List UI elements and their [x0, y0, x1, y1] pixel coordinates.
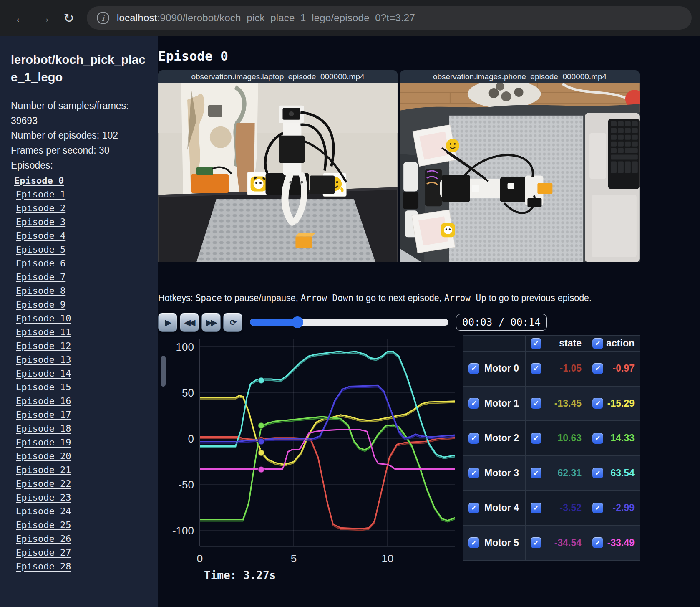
scrollbar-thumb[interactable]	[161, 356, 166, 387]
y-tick-label: 50	[182, 387, 194, 399]
stat-episodes: Number of episodes: 102	[11, 128, 147, 143]
episode-link-episode-1[interactable]: Episode 1	[11, 187, 147, 201]
episode-link-episode-24[interactable]: Episode 24	[11, 504, 147, 518]
episode-link-episode-7[interactable]: Episode 7	[11, 270, 147, 284]
episode-link-episode-11[interactable]: Episode 11	[11, 325, 147, 339]
video-panel-phone: observation.images.phone_episode_000000.…	[400, 70, 640, 262]
episode-link-episode-16[interactable]: Episode 16	[11, 394, 147, 408]
motor-label: Motor 2	[484, 432, 519, 444]
state-cell-motor-5: ✓-34.54	[525, 526, 587, 561]
episode-link-episode-20[interactable]: Episode 20	[11, 449, 147, 463]
video-frame-phone[interactable]	[400, 83, 640, 262]
motor-label: Motor 1	[484, 398, 519, 409]
action-cell-motor-3: ✓63.54	[587, 456, 640, 491]
checkbox-state-motor-5[interactable]: ✓	[531, 537, 541, 548]
play-button[interactable]: ▶	[158, 313, 177, 332]
checkbox-column-action[interactable]: ✓	[592, 338, 603, 349]
motor-label: Motor 4	[484, 502, 519, 513]
state-value: -13.45	[554, 398, 582, 409]
checkbox-action-motor-5[interactable]: ✓	[592, 537, 603, 548]
episode-link-episode-21[interactable]: Episode 21	[11, 463, 147, 477]
checkbox-action-motor-0[interactable]: ✓	[592, 363, 603, 374]
checkbox-state-motor-3[interactable]: ✓	[531, 468, 541, 478]
chart-time-label: Time: 3.27s	[204, 569, 455, 582]
episode-link-episode-13[interactable]: Episode 13	[11, 353, 147, 367]
episode-link-episode-4[interactable]: Episode 4	[11, 229, 147, 243]
checkbox-action-motor-4[interactable]: ✓	[592, 503, 603, 513]
main-content: Episode 0 observation.images.laptop_epis…	[158, 36, 700, 607]
hotkeys-mid1: to pause/unpause,	[222, 293, 301, 303]
state-value: -1.05	[560, 363, 582, 374]
column-header-state: ✓state	[525, 336, 587, 351]
reload-icon[interactable]: ↻	[57, 11, 81, 25]
episode-link-episode-14[interactable]: Episode 14	[11, 367, 147, 380]
episode-link-episode-5[interactable]: Episode 5	[11, 243, 147, 256]
checkbox-state-motor-4[interactable]: ✓	[531, 503, 541, 513]
episode-link-episode-27[interactable]: Episode 27	[11, 546, 147, 559]
checkbox-action-motor-2[interactable]: ✓	[592, 433, 603, 444]
checkbox-motor-1[interactable]: ✓	[468, 398, 479, 409]
checkbox-action-motor-1[interactable]: ✓	[592, 398, 603, 409]
playback-controls: ▶ ◀◀ ▶▶ ⟳ 00:03 / 00:14	[158, 313, 700, 332]
sidebar: lerobot/koch_pick_place_1_lego Number of…	[0, 36, 158, 607]
checkbox-state-motor-2[interactable]: ✓	[531, 433, 541, 444]
episode-link-episode-17[interactable]: Episode 17	[11, 408, 147, 422]
forward-icon[interactable]: →	[33, 11, 57, 25]
site-info-icon[interactable]: i	[97, 12, 109, 24]
state-cell-motor-3: ✓62.31	[525, 456, 587, 491]
y-tick-label: -50	[178, 478, 194, 491]
back-icon[interactable]: ←	[8, 11, 33, 25]
rewind-icon: ◀◀	[184, 318, 194, 327]
episode-link-episode-12[interactable]: Episode 12	[11, 339, 147, 353]
episode-link-episode-8[interactable]: Episode 8	[11, 284, 147, 298]
checkbox-motor-3[interactable]: ✓	[468, 468, 479, 478]
episode-link-episode-9[interactable]: Episode 9	[11, 298, 147, 311]
address-bar[interactable]: i localhost:9090/lerobot/koch_pick_place…	[87, 6, 692, 30]
episode-link-episode-3[interactable]: Episode 3	[11, 215, 147, 229]
checkbox-motor-5[interactable]: ✓	[468, 537, 479, 548]
line-state-motor-0	[200, 438, 455, 530]
checkbox-state-motor-1[interactable]: ✓	[531, 398, 541, 409]
episode-link-episode-25[interactable]: Episode 25	[11, 518, 147, 532]
episode-link-episode-2[interactable]: Episode 2	[11, 201, 147, 215]
video-frame-laptop[interactable]	[158, 83, 398, 262]
motor-label: Motor 0	[484, 363, 519, 374]
episode-link-episode-18[interactable]: Episode 18	[11, 422, 147, 435]
hotkey-arrow-up: Arrow Up	[444, 293, 486, 303]
url-text[interactable]: localhost:9090/lerobot/koch_pick_place_1…	[117, 12, 415, 24]
checkbox-column-state[interactable]: ✓	[531, 338, 541, 349]
episode-link-episode-19[interactable]: Episode 19	[11, 435, 147, 449]
row-label-cell-motor-5: ✓Motor 5	[463, 526, 525, 561]
row-label-cell-motor-0: ✓Motor 0	[463, 351, 525, 386]
checkbox-motor-4[interactable]: ✓	[468, 503, 479, 513]
checkbox-motor-0[interactable]: ✓	[468, 363, 479, 374]
episode-link-episode-6[interactable]: Episode 6	[11, 256, 147, 270]
fast-forward-button[interactable]: ▶▶	[201, 313, 221, 332]
row-label-cell-motor-2: ✓Motor 2	[463, 421, 525, 456]
video-panel-laptop: observation.images.laptop_episode_000000…	[158, 70, 398, 262]
checkbox-motor-2[interactable]: ✓	[468, 433, 479, 444]
current-dot-motor-4	[258, 438, 264, 445]
checkbox-action-motor-3[interactable]: ✓	[592, 468, 603, 478]
episode-link-episode-22[interactable]: Episode 22	[11, 477, 147, 491]
hotkeys-mid2: to go to next episode,	[353, 293, 444, 303]
hotkeys-help: Hotkeys: Space to pause/unpause, Arrow D…	[158, 293, 700, 304]
hotkeys-prefix: Hotkeys:	[158, 293, 196, 303]
seek-slider[interactable]	[250, 319, 448, 326]
seek-thumb[interactable]	[292, 316, 303, 328]
checkbox-state-motor-0[interactable]: ✓	[531, 363, 541, 374]
episode-link-episode-26[interactable]: Episode 26	[11, 532, 147, 546]
episode-link-episode-0[interactable]: Episode 0	[11, 174, 147, 187]
episode-link-episode-23[interactable]: Episode 23	[11, 491, 147, 504]
rewind-button[interactable]: ◀◀	[180, 313, 199, 332]
episode-link-episode-15[interactable]: Episode 15	[11, 380, 147, 394]
episode-link-episode-10[interactable]: Episode 10	[11, 311, 147, 325]
loop-button[interactable]: ⟳	[223, 313, 242, 332]
episode-link-episode-28[interactable]: Episode 28	[11, 559, 147, 573]
action-cell-motor-2: ✓14.33	[587, 421, 640, 456]
motor-chart[interactable]: 100500-50-1000510 Time: 3.27s	[158, 335, 455, 582]
state-value: -3.52	[560, 502, 582, 513]
action-value: 63.54	[610, 468, 635, 479]
current-dot-motor-5	[258, 466, 264, 473]
url-host: localhost	[117, 12, 157, 23]
